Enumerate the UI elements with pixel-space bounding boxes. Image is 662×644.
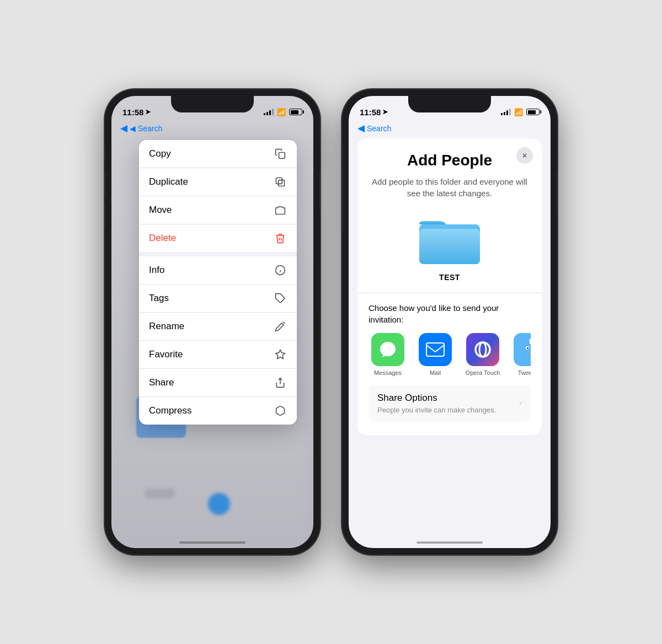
status-icons: 📶 xyxy=(264,108,302,116)
section-divider xyxy=(357,293,542,293)
menu-item-share[interactable]: Share xyxy=(139,369,297,397)
menu-item-copy[interactable]: Copy xyxy=(139,140,297,168)
app-item-tweetbot[interactable]: Tweetbot xyxy=(511,333,531,376)
duplicate-label: Duplicate xyxy=(149,176,188,187)
app-item-messages[interactable]: Messages xyxy=(369,333,407,376)
nav-bar-2: ◀ Search xyxy=(349,120,551,138)
duplicate-icon xyxy=(274,175,287,189)
copy-label: Copy xyxy=(149,148,171,159)
power-button-2 xyxy=(557,172,557,211)
delete-label: Delete xyxy=(149,233,176,244)
back-chevron-icon-2: ◀ xyxy=(357,122,365,134)
menu-separator xyxy=(139,252,297,256)
folder-container: TEST xyxy=(369,212,531,282)
status-time-2: 11:58 ➤ xyxy=(360,108,388,117)
delete-icon xyxy=(274,232,287,245)
invitation-label: Choose how you'd like to send your invit… xyxy=(369,302,531,325)
battery-icon xyxy=(289,109,302,115)
menu-item-duplicate[interactable]: Duplicate xyxy=(139,168,297,196)
menu-item-compress[interactable]: Compress xyxy=(139,397,297,425)
svg-rect-12 xyxy=(426,343,444,356)
star-icon xyxy=(274,348,287,361)
share-options-text: Share Options People you invite can make… xyxy=(377,393,496,414)
copy-icon xyxy=(274,147,287,160)
battery-icon-2 xyxy=(526,109,540,115)
folder-name: TEST xyxy=(439,273,460,282)
home-indicator-2 xyxy=(417,541,483,544)
svg-point-14 xyxy=(479,342,486,357)
share-options-subtitle: People you invite can make changes. xyxy=(377,406,496,414)
messages-label: Messages xyxy=(374,369,402,376)
compress-label: Compress xyxy=(149,405,191,416)
wifi-icon: 📶 xyxy=(277,108,286,116)
share-icon xyxy=(274,376,287,389)
info-icon xyxy=(274,264,287,277)
pencil-icon xyxy=(274,320,287,333)
back-button[interactable]: ◀ ◀ Search xyxy=(120,122,305,134)
modal-subtitle: Add people to this folder and everyone w… xyxy=(369,176,531,199)
info-label: Info xyxy=(149,265,164,276)
volume-down-button-2 xyxy=(342,202,343,227)
home-indicator xyxy=(179,541,245,544)
nav-bar: ◀ ◀ Search xyxy=(111,120,313,138)
back-label-2: Search xyxy=(367,124,391,133)
rename-label: Rename xyxy=(149,321,184,332)
phone-2: 11:58 ➤ 📶 ◀ Search xyxy=(342,89,557,555)
tags-label: Tags xyxy=(149,293,169,304)
notch-2 xyxy=(408,96,491,112)
wifi-icon-2: 📶 xyxy=(514,108,523,116)
tag-icon xyxy=(274,292,287,305)
svg-point-15 xyxy=(521,341,531,358)
move-icon xyxy=(274,203,287,217)
bg-dot xyxy=(208,493,230,515)
status-icons-2: 📶 xyxy=(501,108,540,116)
svg-point-18 xyxy=(527,347,528,349)
menu-group-2: Info Tags xyxy=(139,256,297,425)
share-options[interactable]: Share Options People you invite can make… xyxy=(369,385,531,422)
app-item-opera[interactable]: Opera Touch xyxy=(463,333,502,376)
share-options-title: Share Options xyxy=(377,393,496,404)
menu-item-tags[interactable]: Tags xyxy=(139,285,297,313)
svg-rect-1 xyxy=(279,180,285,186)
back-chevron-icon: ◀ xyxy=(120,122,127,134)
close-button[interactable]: × xyxy=(516,147,533,164)
back-button-2[interactable]: ◀ Search xyxy=(357,122,542,134)
app-item-mail[interactable]: Mail xyxy=(416,333,455,376)
svg-rect-11 xyxy=(419,229,480,264)
volume-down-button xyxy=(105,202,105,227)
phone2-screen: 11:58 ➤ 📶 ◀ Search xyxy=(349,96,551,548)
notch xyxy=(171,96,254,112)
messages-app-icon xyxy=(371,333,404,366)
power-button xyxy=(319,172,320,211)
menu-item-favorite[interactable]: Favorite xyxy=(139,341,297,369)
opera-label: Opera Touch xyxy=(466,369,500,376)
volume-up-button xyxy=(105,172,105,197)
share-label: Share xyxy=(149,377,174,388)
opera-app-icon xyxy=(466,333,499,366)
tweetbot-app-icon xyxy=(514,333,531,366)
mail-label: Mail xyxy=(430,369,441,376)
svg-rect-0 xyxy=(279,153,285,159)
svg-line-7 xyxy=(283,322,285,324)
silent-switch-2 xyxy=(342,144,343,161)
svg-marker-8 xyxy=(276,350,285,359)
menu-item-info[interactable]: Info xyxy=(139,256,297,285)
move-label: Move xyxy=(149,205,172,216)
tweetbot-label: Tweetbot xyxy=(518,369,531,376)
bg-text1 xyxy=(145,489,175,498)
volume-up-button-2 xyxy=(342,172,343,197)
status-time: 11:58 ➤ xyxy=(122,108,151,117)
phone-1: 11:58 ➤ 📶 ◀ ◀ Search xyxy=(105,89,320,555)
mail-app-icon xyxy=(419,333,452,366)
signal-icon-2 xyxy=(501,109,511,115)
signal-icon xyxy=(264,109,274,115)
menu-item-delete[interactable]: Delete xyxy=(139,224,297,252)
silent-switch xyxy=(105,144,105,161)
share-options-row: Share Options People you invite can make… xyxy=(377,393,522,414)
folder-icon-large xyxy=(417,212,483,267)
menu-item-move[interactable]: Move xyxy=(139,196,297,224)
context-menu: Copy Duplicate xyxy=(139,140,297,425)
menu-item-rename[interactable]: Rename xyxy=(139,313,297,341)
modal-title: Add People xyxy=(369,152,531,169)
chevron-right-icon: › xyxy=(519,398,522,408)
